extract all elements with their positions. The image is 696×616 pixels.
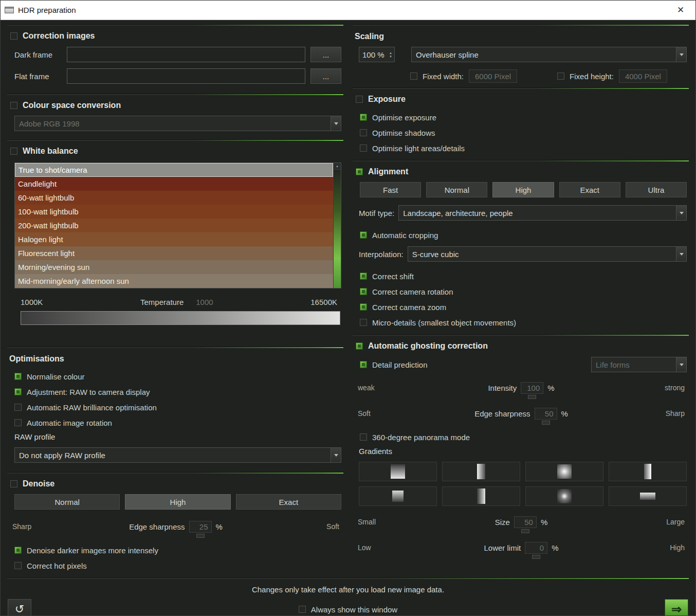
- white-balance-checkbox[interactable]: [10, 148, 17, 155]
- dark-frame-input[interactable]: [67, 47, 305, 62]
- slider-handle[interactable]: [521, 529, 529, 533]
- chevron-down-icon[interactable]: [331, 116, 341, 131]
- wb-item-candlelight[interactable]: Candlelight: [15, 177, 333, 191]
- check-correct-camera-zoom[interactable]: Correct camera zoom: [353, 299, 689, 315]
- checkbox[interactable]: [14, 547, 22, 554]
- checkbox[interactable]: [14, 373, 22, 380]
- gradient-thumb-bar-dark-to-light[interactable]: [609, 462, 687, 481]
- gradient-thumb-bar-reverse[interactable]: [442, 486, 520, 506]
- slider-value[interactable]: 50: [514, 516, 537, 528]
- dark-frame-browse-button[interactable]: ...: [310, 47, 341, 62]
- checkbox[interactable]: [360, 288, 367, 295]
- wb-item-true-to-shot[interactable]: True to shot/camera: [15, 163, 333, 177]
- chevron-down-icon[interactable]: [676, 357, 686, 372]
- denoise-mode-exact[interactable]: Exact: [236, 494, 341, 510]
- check-micro-details[interactable]: Micro-details (smallest object movements…: [353, 315, 689, 330]
- wb-item-100-watt[interactable]: 100-watt lightbulb: [15, 205, 333, 219]
- check-image-rotation[interactable]: Automatic image rotation: [7, 415, 343, 430]
- alignment-mode-ultra[interactable]: Ultra: [626, 182, 687, 197]
- check-adjustment-raw[interactable]: Adjustment: RAW to camera display: [7, 384, 343, 400]
- life-forms-dropdown[interactable]: Life forms: [591, 357, 687, 372]
- checkbox[interactable]: [360, 114, 367, 121]
- check-hot-pixels[interactable]: Correct hot pixels: [7, 558, 343, 573]
- close-icon[interactable]: ✕: [670, 5, 691, 15]
- gradient-thumb-radial-center-light[interactable]: [525, 462, 603, 481]
- checkbox[interactable]: [360, 129, 367, 136]
- check-denoise-darker[interactable]: Denoise darker images more intensely: [7, 542, 343, 558]
- gradient-thumb-bar-light-to-dark[interactable]: [442, 462, 520, 481]
- checkbox[interactable]: [360, 303, 367, 311]
- chevron-down-icon[interactable]: [676, 206, 686, 220]
- checkbox[interactable]: [360, 273, 367, 280]
- check-optimise-shadows[interactable]: Optimise shadows: [353, 125, 689, 140]
- colour-space-dropdown[interactable]: Adobe RGB 1998: [14, 116, 341, 131]
- check-correct-camera-rotation[interactable]: Correct camera rotation: [353, 284, 689, 299]
- chevron-down-icon[interactable]: [331, 448, 341, 462]
- checkbox[interactable]: [14, 404, 22, 411]
- scaling-method-dropdown[interactable]: Overhauser spline: [411, 47, 687, 62]
- alignment-mode-high[interactable]: High: [492, 182, 554, 197]
- denoise-mode-high[interactable]: High: [125, 494, 230, 510]
- gradient-thumb-radial-small-bright[interactable]: [525, 486, 603, 506]
- check-panorama-mode[interactable]: 360-degree panorama mode: [353, 429, 689, 445]
- scroll-up-icon[interactable]: ▲: [334, 163, 341, 170]
- fixed-width-input[interactable]: 6000 Pixel: [469, 69, 517, 83]
- alignment-mode-fast[interactable]: Fast: [360, 182, 421, 197]
- check-automatic-cropping[interactable]: Automatic cropping: [353, 227, 689, 243]
- spin-up-icon[interactable]: ▲: [389, 51, 392, 55]
- checkbox[interactable]: [360, 231, 367, 239]
- slider-value[interactable]: 100: [521, 382, 543, 394]
- checkbox[interactable]: [360, 144, 367, 152]
- flat-frame-input[interactable]: [67, 68, 305, 84]
- scale-percent-spinner[interactable]: 100 % ▲ ▼: [359, 47, 395, 62]
- always-show-row[interactable]: Always show this window: [31, 605, 665, 614]
- always-show-checkbox[interactable]: [299, 606, 306, 613]
- spin-down-icon[interactable]: ▼: [389, 55, 392, 58]
- check-correct-shift[interactable]: Correct shift: [353, 268, 689, 284]
- slider-handle[interactable]: [542, 421, 550, 425]
- ghosting-checkbox[interactable]: [356, 342, 363, 350]
- raw-profile-dropdown[interactable]: Do not apply RAW profile: [14, 447, 341, 463]
- gradient-thumb-vertical-linear-small[interactable]: [359, 486, 437, 506]
- alignment-mode-normal[interactable]: Normal: [426, 182, 487, 197]
- correction-images-checkbox[interactable]: [10, 32, 17, 40]
- slider-handle[interactable]: [528, 395, 536, 399]
- gradient-thumb-vertical-linear[interactable]: [359, 462, 437, 481]
- proceed-button[interactable]: ⇒: [665, 599, 688, 616]
- fixed-height-input[interactable]: 4000 Pixel: [619, 69, 667, 83]
- detail-prediction-checkbox[interactable]: [360, 361, 367, 368]
- motif-type-dropdown[interactable]: Landscape, architecture, people: [398, 205, 687, 221]
- flat-frame-browse-button[interactable]: ...: [310, 68, 341, 84]
- wb-item-60-watt[interactable]: 60-watt lightbulb: [15, 191, 333, 205]
- wb-item-morning-evening-sun[interactable]: Morning/evening sun: [15, 260, 333, 274]
- scrollbar-thumb[interactable]: [334, 170, 341, 288]
- slider-handle[interactable]: [532, 555, 540, 559]
- wb-item-fluorescent[interactable]: Fluorescent light: [15, 246, 333, 260]
- wb-item-halogen[interactable]: Halogen light: [15, 232, 333, 246]
- temperature-gradient-bar[interactable]: [21, 311, 340, 325]
- slider-value[interactable]: 50: [535, 408, 557, 420]
- exposure-checkbox[interactable]: [356, 96, 363, 103]
- slider-value[interactable]: 25: [189, 521, 212, 533]
- interpolation-dropdown[interactable]: S-curve cubic: [408, 246, 687, 262]
- alignment-mode-exact[interactable]: Exact: [559, 182, 620, 197]
- denoise-mode-normal[interactable]: Normal: [14, 494, 120, 510]
- slider-handle[interactable]: [196, 534, 205, 538]
- checkbox[interactable]: [360, 433, 367, 441]
- checkbox[interactable]: [360, 319, 367, 326]
- denoise-checkbox[interactable]: [10, 480, 17, 487]
- chevron-down-icon[interactable]: [676, 247, 686, 261]
- checkbox[interactable]: [14, 562, 22, 569]
- slider-value[interactable]: 0: [525, 542, 547, 554]
- white-balance-scrollbar[interactable]: ▲: [333, 163, 341, 288]
- fixed-width-checkbox[interactable]: [410, 73, 417, 80]
- wb-item-200-watt[interactable]: 200-watt lightbulb: [15, 219, 333, 232]
- check-optimise-exposure[interactable]: Optimise exposure: [353, 110, 689, 125]
- wb-item-mid-morning-sun[interactable]: Mid-morning/early afternoon sun: [15, 274, 333, 288]
- alignment-checkbox[interactable]: [356, 168, 363, 175]
- gradient-thumb-horizontal-bar[interactable]: [609, 486, 687, 506]
- chevron-down-icon[interactable]: [676, 47, 686, 62]
- checkbox[interactable]: [14, 388, 22, 395]
- checkbox[interactable]: [14, 419, 22, 426]
- check-optimise-light-areas[interactable]: Optimise light areas/details: [353, 140, 689, 156]
